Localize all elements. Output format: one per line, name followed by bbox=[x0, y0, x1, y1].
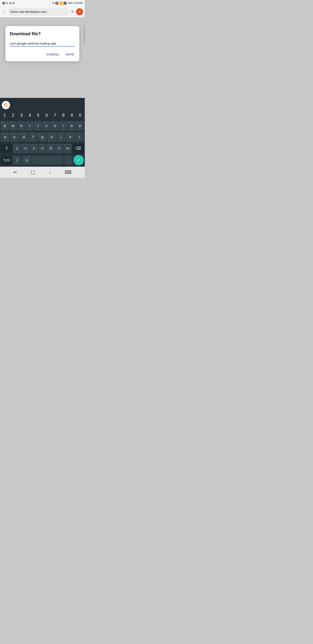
keyboard-row-3: ⇧ *z "x 'c ·v ;b !n ?m ⌫ bbox=[0, 143, 85, 154]
key-e[interactable]: |e bbox=[17, 121, 25, 130]
wifi-icon: 📶 bbox=[59, 2, 63, 5]
period-key[interactable]: . bbox=[64, 156, 73, 165]
key-w[interactable]: \w bbox=[9, 121, 17, 130]
mute-icon: 🔇 bbox=[55, 2, 58, 5]
status-icons-left: 🖼 ↻ ⊖ ⊞ bbox=[2, 2, 14, 5]
enter-key[interactable]: ✓ bbox=[73, 155, 84, 165]
google-g: G bbox=[4, 102, 7, 108]
key-j[interactable]: -j bbox=[56, 132, 65, 142]
key-9[interactable]: 9 bbox=[68, 111, 76, 119]
emoji-key[interactable]: ☺ bbox=[22, 156, 31, 165]
key-k[interactable]: +k bbox=[66, 132, 75, 142]
dialog-buttons: CANCEL SAVE bbox=[10, 51, 75, 58]
key-2[interactable]: 2 bbox=[9, 111, 17, 119]
reload-icon[interactable]: ↻ bbox=[71, 9, 74, 14]
key-4[interactable]: 4 bbox=[26, 111, 34, 119]
keyboard: G 1 2 3 4 5 6 7 8 9 0 %q \w |e =r [t ]y … bbox=[0, 98, 85, 167]
scrollbar bbox=[84, 26, 85, 44]
dialog-title: Download file? bbox=[10, 31, 75, 36]
sync-icon: ↻ bbox=[6, 2, 8, 5]
download-dialog: Download file? CANCEL SAVE bbox=[5, 26, 79, 61]
status-icons-right: N 🔇 📶 ▌▌ 40% 1:45 PM bbox=[52, 2, 83, 5]
url-text: forum.xda-developers.com bbox=[10, 10, 46, 14]
key-v[interactable]: ·v bbox=[38, 144, 46, 153]
nfc-icon: N bbox=[52, 2, 54, 4]
key-1[interactable]: 1 bbox=[0, 111, 9, 119]
battery-percent: 40% bbox=[68, 2, 73, 4]
slash-key[interactable]: / bbox=[13, 156, 21, 165]
number-row: 1 2 3 4 5 6 7 8 9 0 bbox=[0, 110, 85, 120]
backspace-key[interactable]: ⌫ bbox=[72, 144, 84, 153]
key-5[interactable]: 5 bbox=[34, 111, 42, 119]
minus-icon: ⊖ bbox=[9, 2, 11, 5]
bookmark-icon[interactable]: ☆ bbox=[2, 9, 6, 14]
key-l[interactable]: (l bbox=[75, 132, 84, 142]
browser-content: Download file? CANCEL SAVE bbox=[0, 18, 85, 98]
key-c[interactable]: 'c bbox=[30, 144, 38, 153]
key-u[interactable]: <u bbox=[51, 121, 59, 130]
key-7[interactable]: 7 bbox=[51, 111, 59, 119]
key-m[interactable]: ?m bbox=[64, 144, 72, 153]
keyboard-row-2: @a #s $d -f &g _h -j +k (l bbox=[0, 132, 85, 143]
dialog-input-wrapper bbox=[10, 40, 75, 46]
space-key[interactable] bbox=[32, 156, 63, 165]
photo-icon: 🖼 bbox=[2, 2, 5, 5]
sym-key[interactable]: ?123 bbox=[1, 156, 12, 165]
home-nav-icon[interactable]: ▢ bbox=[31, 170, 35, 175]
nav-bar: ↵ ▢ ↓ ⌨ bbox=[0, 167, 85, 178]
key-6[interactable]: 6 bbox=[42, 111, 51, 119]
key-d[interactable]: $d bbox=[19, 132, 28, 142]
filename-input[interactable] bbox=[10, 40, 75, 46]
key-n[interactable]: !n bbox=[55, 144, 63, 153]
key-q[interactable]: %q bbox=[1, 121, 9, 130]
key-r[interactable]: =r bbox=[26, 121, 34, 130]
address-bar: ☆ forum.xda-developers.com ↻ 4 bbox=[0, 6, 85, 18]
key-f[interactable]: -f bbox=[29, 132, 38, 142]
key-z[interactable]: *z bbox=[13, 144, 21, 153]
time-display: 1:45 PM bbox=[74, 2, 83, 4]
save-button[interactable]: SAVE bbox=[65, 51, 75, 58]
status-bar: 🖼 ↻ ⊖ ⊞ N 🔇 📶 ▌▌ 40% 1:45 PM bbox=[0, 0, 85, 6]
key-o[interactable]: {o bbox=[68, 121, 76, 130]
key-s[interactable]: #s bbox=[10, 132, 19, 142]
recents-nav-icon[interactable]: ↓ bbox=[49, 170, 51, 175]
key-g[interactable]: &g bbox=[38, 132, 47, 142]
keyboard-row-1: %q \w |e =r [t ]y <u >i {o }p bbox=[0, 120, 85, 132]
cancel-button[interactable]: CANCEL bbox=[45, 51, 60, 58]
key-x[interactable]: "x bbox=[21, 144, 29, 153]
key-3[interactable]: 3 bbox=[17, 111, 26, 119]
key-a[interactable]: @a bbox=[1, 132, 9, 142]
key-y[interactable]: ]y bbox=[43, 121, 51, 130]
signal-icon: ▌▌ bbox=[64, 2, 67, 4]
key-p[interactable]: }p bbox=[76, 121, 84, 130]
key-i[interactable]: >i bbox=[59, 121, 67, 130]
shift-key[interactable]: ⇧ bbox=[1, 144, 12, 153]
google-logo: G bbox=[2, 101, 10, 109]
key-t[interactable]: [t bbox=[34, 121, 42, 130]
keyboard-top-bar: G bbox=[0, 100, 85, 110]
key-b[interactable]: ;b bbox=[47, 144, 55, 153]
key-0[interactable]: 0 bbox=[76, 111, 84, 119]
key-8[interactable]: 8 bbox=[59, 111, 68, 119]
keyboard-bottom-row: ?123 / ☺ . ✓ bbox=[0, 154, 85, 167]
key-h[interactable]: _h bbox=[47, 132, 56, 142]
keyboard-nav-icon[interactable]: ⌨ bbox=[64, 170, 71, 175]
back-nav-icon[interactable]: ↵ bbox=[13, 170, 17, 175]
url-bar[interactable]: forum.xda-developers.com bbox=[7, 8, 69, 16]
grid-icon: ⊞ bbox=[12, 2, 14, 4]
tab-count-badge[interactable]: 4 bbox=[76, 8, 83, 15]
